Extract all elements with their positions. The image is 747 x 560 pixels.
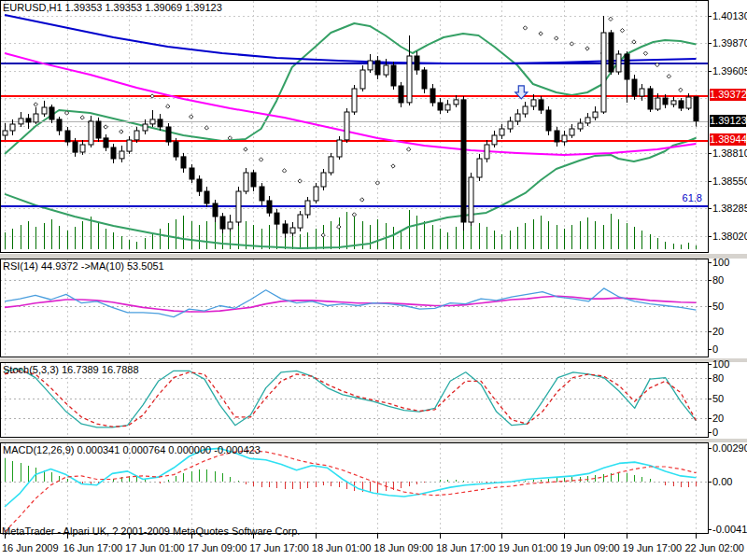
svg-text:19 Jun 09:00: 19 Jun 09:00 (560, 542, 620, 553)
svg-text:16 Jun 2009: 16 Jun 2009 (2, 542, 59, 553)
svg-text:100: 100 (712, 358, 729, 370)
fib-level-label: 61.8 (644, 192, 702, 203)
svg-text:1.38550: 1.38550 (712, 175, 747, 187)
svg-text:1.39870: 1.39870 (712, 37, 747, 49)
svg-text:100: 100 (712, 257, 729, 268)
svg-text:18 Jun 09:00: 18 Jun 09:00 (374, 542, 433, 553)
svg-text:20: 20 (712, 413, 724, 424)
svg-text:17 Jun 17:00: 17 Jun 17:00 (249, 542, 309, 553)
chart-title: EURUSD,H1 1.39353 1.39353 1.39069 1.3912… (3, 2, 222, 13)
svg-text:1.38810: 1.38810 (712, 147, 747, 159)
svg-text:50: 50 (712, 301, 724, 312)
svg-text:80: 80 (712, 372, 724, 384)
svg-text:1.38020: 1.38020 (712, 231, 747, 242)
svg-text:1.39605: 1.39605 (712, 65, 747, 77)
svg-text:19 Jun 17:00: 19 Jun 17:00 (623, 542, 683, 553)
svg-text:1.40130: 1.40130 (712, 10, 747, 21)
svg-text:0: 0 (712, 343, 718, 355)
svg-text:17 Jun 09:00: 17 Jun 09:00 (188, 542, 247, 553)
svg-text:50: 50 (712, 393, 724, 404)
chart-canvas[interactable]: 1.401301.398701.396051.388101.385501.382… (0, 0, 747, 560)
svg-text:17 Jun 01:00: 17 Jun 01:00 (125, 542, 185, 553)
svg-text:19 Jun 01:00: 19 Jun 01:00 (498, 542, 557, 553)
svg-text:18 Jun 17:00: 18 Jun 17:00 (436, 542, 496, 553)
metatrader-chart-window: 1.401301.398701.396051.388101.385501.382… (0, 0, 747, 560)
stoch-label: Stoch(5,3,3) 16.7389 16.7888 (3, 364, 139, 375)
svg-text:18 Jun 01:00: 18 Jun 01:00 (312, 542, 372, 553)
svg-text:0.00: 0.00 (712, 476, 732, 487)
svg-text:22 Jun 02:00: 22 Jun 02:00 (684, 542, 744, 553)
svg-text:1.38285: 1.38285 (712, 203, 747, 214)
svg-text:-0.00419: -0.00419 (712, 524, 747, 535)
price-badge-current: 1.39123 (710, 115, 746, 127)
rsi-label: RSI(14) 44.9372 ->MA(10) 53.5051 (3, 260, 164, 272)
svg-text:20: 20 (712, 326, 724, 337)
copyright-text: MetaTrader - Alpari UK, ? 2001-2009 Meta… (2, 525, 300, 537)
svg-text:0.002905: 0.002905 (712, 442, 747, 454)
price-badge-resistance: 1.39372 (710, 89, 746, 101)
svg-text:0: 0 (712, 427, 718, 438)
price-badge-support: 1.38944 (710, 133, 746, 146)
svg-text:16 Jun 17:00: 16 Jun 17:00 (63, 542, 123, 553)
time-axis: 16 Jun 200916 Jun 17:0017 Jun 01:0017 Ju… (2, 534, 744, 553)
macd-label: MACD(12,26,9) 0.000341 0.000764 0.000000… (3, 444, 261, 455)
svg-text:80: 80 (712, 274, 724, 286)
